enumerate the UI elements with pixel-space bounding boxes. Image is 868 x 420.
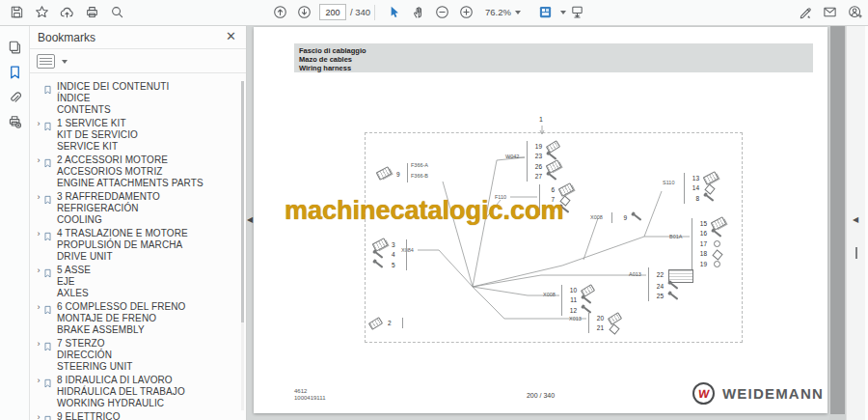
bookmark-label: 5 ASSEEJEAXLES bbox=[57, 265, 91, 299]
chevron-down-icon bbox=[515, 11, 521, 14]
tools-pane-collapsed: ◀ bbox=[846, 25, 868, 420]
cloud-upload-icon[interactable] bbox=[55, 1, 78, 23]
printer-badge-icon[interactable] bbox=[0, 110, 29, 133]
callout-item: 11 bbox=[565, 295, 597, 306]
bookmark-flag-icon bbox=[43, 301, 57, 336]
close-icon[interactable]: ✕ bbox=[226, 29, 236, 43]
page-number-input[interactable] bbox=[319, 4, 346, 20]
page-display-icon[interactable] bbox=[533, 1, 556, 23]
chevron-right-icon[interactable]: › bbox=[34, 411, 43, 420]
part-number: 10 bbox=[565, 287, 577, 294]
brand-name: WEIDEMANN bbox=[722, 385, 824, 402]
pdf-viewer-window: / 340 76.2% bbox=[0, 0, 868, 420]
bookmark-item[interactable]: ›7 STERZODIRECCIÓNSTEERING UNIT bbox=[34, 338, 238, 373]
part-number: 4 bbox=[392, 251, 403, 258]
vertical-scrollbar[interactable] bbox=[829, 25, 846, 420]
scrolling-mode-icon[interactable] bbox=[565, 1, 588, 23]
callout-group: 9 bbox=[611, 212, 647, 223]
bookmark-flag-icon bbox=[43, 265, 57, 299]
part-glyph-screw bbox=[545, 172, 562, 182]
callout-item: 21 bbox=[592, 323, 624, 334]
part-number: 6 bbox=[543, 186, 555, 193]
chevron-right-icon[interactable]: › bbox=[34, 301, 43, 336]
part-number: 9 bbox=[396, 171, 400, 178]
chevron-right-icon[interactable]: › bbox=[34, 338, 43, 373]
hand-tool-icon[interactable] bbox=[406, 1, 429, 23]
print-icon[interactable] bbox=[80, 1, 103, 23]
zoom-out-icon[interactable] bbox=[430, 1, 453, 23]
part-glyph-screw bbox=[371, 260, 389, 269]
chevron-right-icon[interactable]: › bbox=[34, 375, 43, 409]
callout-item: 6 bbox=[543, 184, 575, 195]
bookmark-item[interactable]: ›5 ASSEEJEAXLES bbox=[34, 265, 238, 299]
chevron-right-icon[interactable]: › bbox=[34, 228, 43, 263]
chevron-right-icon[interactable]: › bbox=[34, 191, 43, 226]
page-up-icon[interactable] bbox=[268, 1, 291, 23]
panel-scrollbar[interactable] bbox=[241, 81, 244, 410]
page-thumbnails-icon[interactable] bbox=[0, 36, 29, 59]
part-glyph-conn2 bbox=[371, 239, 389, 249]
part-glyph-screw bbox=[666, 281, 684, 291]
brand-logo: W WEIDEMANN bbox=[692, 382, 824, 405]
callout-item: 26 bbox=[530, 161, 562, 172]
star-icon[interactable] bbox=[30, 1, 53, 23]
watermark: machinecatalogic.com bbox=[285, 196, 564, 226]
bookmark-item[interactable]: INDICE DEI CONTENUTIÍNDICECONTENTS bbox=[34, 81, 238, 116]
bookmark-label: INDICE DEI CONTENUTIÍNDICECONTENTS bbox=[57, 81, 169, 116]
bookmark-item[interactable]: ›8 IDRAULICA DI LAVOROHIDRÁULICA DEL TRA… bbox=[34, 375, 238, 409]
collapse-left-pane-icon[interactable]: ◀ bbox=[247, 215, 253, 224]
callout-group: 19232627 bbox=[527, 141, 562, 182]
bookmarks-icon[interactable] bbox=[0, 61, 29, 84]
scrollbar-thumb[interactable] bbox=[830, 26, 845, 414]
bookmark-flag-icon bbox=[43, 191, 57, 226]
select-tool-icon[interactable] bbox=[382, 1, 405, 23]
bookmark-label: 8 IDRAULICA DI LAVOROHIDRÁULICA DEL TRAB… bbox=[57, 375, 185, 409]
bookmark-options-icon[interactable] bbox=[37, 54, 55, 69]
part-glyph-screw bbox=[630, 212, 647, 222]
callout-item: 13 bbox=[688, 173, 719, 183]
save-icon[interactable] bbox=[5, 1, 28, 23]
part-number: 11 bbox=[565, 296, 577, 303]
find-icon[interactable] bbox=[105, 1, 128, 23]
page-title-en: Wiring harness bbox=[299, 64, 813, 72]
part-glyph-conn bbox=[580, 285, 597, 294]
account-icon[interactable] bbox=[843, 1, 866, 23]
callout-group: 222425 bbox=[648, 267, 693, 301]
chevron-right-icon[interactable]: › bbox=[34, 265, 43, 299]
page-down-icon[interactable] bbox=[292, 1, 315, 23]
bookmark-item[interactable]: ›9 ELETTRICO bbox=[34, 411, 238, 420]
part-number: 21 bbox=[592, 324, 604, 331]
bookmark-item[interactable]: ›6 COMPLESSO DEL FRENOMONTAJE DE FRENOBR… bbox=[34, 301, 238, 336]
fill-sign-icon[interactable] bbox=[793, 1, 816, 23]
pane-drag-handle[interactable] bbox=[855, 247, 857, 259]
expand-tools-pane-icon[interactable]: ◀ bbox=[853, 215, 858, 224]
zoom-in-icon[interactable] bbox=[454, 1, 477, 23]
bookmarks-panel: Bookmarks ✕ INDICE DEI CONTENUTIÍNDICECO… bbox=[30, 25, 247, 420]
pdf-page: Fascio di cablaggio Mazo de cables Wirin… bbox=[254, 27, 827, 413]
page-total-label: / 340 bbox=[350, 7, 370, 17]
bookmark-item[interactable]: ›2 ACCESSORI MOTOREACCESORIOS MOTRIZENGI… bbox=[34, 154, 238, 189]
callout-group: 101112 bbox=[561, 285, 597, 316]
bookmark-item[interactable]: ›4 TRASLAZIONE E MOTOREPROPULSIÓN DE MAR… bbox=[34, 228, 238, 263]
part-number: 3 bbox=[392, 241, 403, 248]
toolbar: / 340 76.2% bbox=[0, 0, 868, 26]
zoom-level-dropdown[interactable]: 76.2% bbox=[485, 7, 521, 17]
email-icon[interactable] bbox=[818, 1, 841, 23]
bookmark-item[interactable]: ›3 RAFFREDDAMENTOREFRIGERACIÓNCOOLING bbox=[34, 191, 238, 226]
chevron-right-icon[interactable]: › bbox=[34, 118, 43, 153]
chevron-right-icon[interactable]: › bbox=[34, 154, 43, 189]
callout-group: 2021 bbox=[588, 313, 624, 333]
chevron-right-icon bbox=[34, 81, 43, 116]
part-glyph-screw bbox=[710, 229, 727, 238]
part-number: 22 bbox=[652, 271, 664, 278]
part-number: 18 bbox=[695, 250, 707, 257]
bookmark-label: 4 TRASLAZIONE E MOTOREPROPULSIÓN DE MARC… bbox=[57, 228, 188, 263]
part-number: 19 bbox=[695, 261, 707, 267]
bookmark-flag-icon bbox=[43, 81, 57, 116]
callout-item: 17 bbox=[695, 238, 727, 249]
bookmark-flag-icon bbox=[43, 338, 57, 373]
attachments-icon[interactable] bbox=[0, 86, 29, 109]
part-number: 25 bbox=[652, 293, 664, 299]
part-number: 27 bbox=[530, 173, 542, 180]
bookmark-item[interactable]: ›1 SERVICE KITKIT DE SERVICIOSERVICE KIT bbox=[34, 118, 238, 153]
